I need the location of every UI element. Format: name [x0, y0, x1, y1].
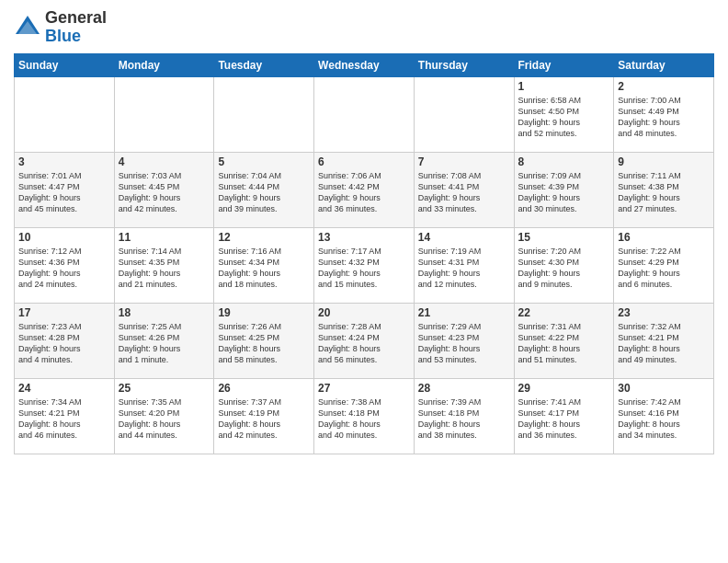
- day-content-5: Sunrise: 7:04 AM Sunset: 4:44 PM Dayligh…: [218, 170, 310, 215]
- day-content-22: Sunrise: 7:31 AM Sunset: 4:22 PM Dayligh…: [518, 321, 610, 366]
- day-cell-20: 20Sunrise: 7:28 AM Sunset: 4:24 PM Dayli…: [314, 303, 415, 378]
- day-cell-15: 15Sunrise: 7:20 AM Sunset: 4:30 PM Dayli…: [514, 227, 614, 303]
- day-number-4: 4: [119, 155, 210, 168]
- day-cell-4: 4Sunrise: 7:03 AM Sunset: 4:45 PM Daylig…: [114, 152, 214, 227]
- day-content-24: Sunrise: 7:34 AM Sunset: 4:21 PM Dayligh…: [18, 396, 110, 442]
- day-cell-12: 12Sunrise: 7:16 AM Sunset: 4:34 PM Dayli…: [214, 227, 314, 303]
- day-number-17: 17: [18, 306, 110, 319]
- day-number-8: 8: [518, 155, 610, 168]
- logo-general: General: [45, 8, 107, 27]
- day-cell-29: 29Sunrise: 7:41 AM Sunset: 4:17 PM Dayli…: [514, 378, 614, 454]
- day-number-16: 16: [618, 231, 710, 244]
- page: General Blue SundayMondayTuesdayWednesda…: [0, 0, 728, 563]
- day-number-15: 15: [518, 231, 610, 244]
- day-content-11: Sunrise: 7:14 AM Sunset: 4:35 PM Dayligh…: [119, 246, 210, 291]
- day-content-1: Sunrise: 6:58 AM Sunset: 4:50 PM Dayligh…: [518, 95, 610, 140]
- day-content-3: Sunrise: 7:01 AM Sunset: 4:47 PM Dayligh…: [18, 170, 110, 215]
- week-row-3: 10Sunrise: 7:12 AM Sunset: 4:36 PM Dayli…: [15, 227, 714, 303]
- day-content-16: Sunrise: 7:22 AM Sunset: 4:29 PM Dayligh…: [618, 246, 710, 291]
- calendar: SundayMondayTuesdayWednesdayThursdayFrid…: [14, 53, 714, 454]
- day-number-9: 9: [618, 155, 710, 168]
- header: General Blue: [14, 9, 714, 46]
- day-content-12: Sunrise: 7:16 AM Sunset: 4:34 PM Dayligh…: [218, 246, 310, 291]
- day-number-26: 26: [218, 382, 310, 395]
- weekday-header-tuesday: Tuesday: [214, 53, 314, 76]
- day-cell-1: 1Sunrise: 6:58 AM Sunset: 4:50 PM Daylig…: [514, 76, 614, 152]
- day-content-26: Sunrise: 7:37 AM Sunset: 4:19 PM Dayligh…: [218, 396, 310, 442]
- day-content-17: Sunrise: 7:23 AM Sunset: 4:28 PM Dayligh…: [18, 321, 110, 366]
- day-number-23: 23: [618, 306, 710, 319]
- day-cell-10: 10Sunrise: 7:12 AM Sunset: 4:36 PM Dayli…: [15, 227, 115, 303]
- day-content-18: Sunrise: 7:25 AM Sunset: 4:26 PM Dayligh…: [119, 321, 210, 366]
- day-cell-5: 5Sunrise: 7:04 AM Sunset: 4:44 PM Daylig…: [214, 152, 314, 227]
- day-content-30: Sunrise: 7:42 AM Sunset: 4:16 PM Dayligh…: [618, 396, 710, 442]
- weekday-header-thursday: Thursday: [414, 53, 514, 76]
- weekday-header-friday: Friday: [514, 53, 614, 76]
- empty-cell: [414, 76, 514, 152]
- day-content-27: Sunrise: 7:38 AM Sunset: 4:18 PM Dayligh…: [318, 396, 410, 442]
- day-cell-21: 21Sunrise: 7:29 AM Sunset: 4:23 PM Dayli…: [414, 303, 514, 378]
- day-number-10: 10: [18, 231, 110, 244]
- day-cell-8: 8Sunrise: 7:09 AM Sunset: 4:39 PM Daylig…: [514, 152, 614, 227]
- day-content-19: Sunrise: 7:26 AM Sunset: 4:25 PM Dayligh…: [218, 321, 310, 366]
- day-cell-13: 13Sunrise: 7:17 AM Sunset: 4:32 PM Dayli…: [314, 227, 415, 303]
- week-row-5: 24Sunrise: 7:34 AM Sunset: 4:21 PM Dayli…: [15, 378, 714, 454]
- day-cell-27: 27Sunrise: 7:38 AM Sunset: 4:18 PM Dayli…: [314, 378, 415, 454]
- day-number-18: 18: [119, 306, 210, 319]
- day-number-19: 19: [218, 306, 310, 319]
- day-content-20: Sunrise: 7:28 AM Sunset: 4:24 PM Dayligh…: [318, 321, 410, 366]
- day-content-28: Sunrise: 7:39 AM Sunset: 4:18 PM Dayligh…: [418, 396, 510, 442]
- day-cell-26: 26Sunrise: 7:37 AM Sunset: 4:19 PM Dayli…: [214, 378, 314, 454]
- day-number-1: 1: [518, 80, 610, 93]
- day-number-7: 7: [418, 155, 510, 168]
- day-cell-19: 19Sunrise: 7:26 AM Sunset: 4:25 PM Dayli…: [214, 303, 314, 378]
- weekday-header-sunday: Sunday: [15, 53, 115, 76]
- day-content-6: Sunrise: 7:06 AM Sunset: 4:42 PM Dayligh…: [318, 170, 410, 215]
- day-content-15: Sunrise: 7:20 AM Sunset: 4:30 PM Dayligh…: [518, 246, 610, 291]
- day-content-25: Sunrise: 7:35 AM Sunset: 4:20 PM Dayligh…: [119, 396, 210, 442]
- day-cell-14: 14Sunrise: 7:19 AM Sunset: 4:31 PM Dayli…: [414, 227, 514, 303]
- day-cell-2: 2Sunrise: 7:00 AM Sunset: 4:49 PM Daylig…: [614, 76, 714, 152]
- week-row-1: 1Sunrise: 6:58 AM Sunset: 4:50 PM Daylig…: [15, 76, 714, 152]
- day-number-25: 25: [119, 382, 210, 395]
- day-number-20: 20: [318, 306, 410, 319]
- day-content-7: Sunrise: 7:08 AM Sunset: 4:41 PM Dayligh…: [418, 170, 510, 215]
- day-content-2: Sunrise: 7:00 AM Sunset: 4:49 PM Dayligh…: [618, 95, 710, 140]
- day-content-23: Sunrise: 7:32 AM Sunset: 4:21 PM Dayligh…: [618, 321, 710, 366]
- weekday-header-monday: Monday: [114, 53, 214, 76]
- day-content-10: Sunrise: 7:12 AM Sunset: 4:36 PM Dayligh…: [18, 246, 110, 291]
- day-content-21: Sunrise: 7:29 AM Sunset: 4:23 PM Dayligh…: [418, 321, 510, 366]
- empty-cell: [114, 76, 214, 152]
- day-number-14: 14: [418, 231, 510, 244]
- day-number-27: 27: [318, 382, 410, 395]
- day-content-14: Sunrise: 7:19 AM Sunset: 4:31 PM Dayligh…: [418, 246, 510, 291]
- day-cell-22: 22Sunrise: 7:31 AM Sunset: 4:22 PM Dayli…: [514, 303, 614, 378]
- day-number-2: 2: [618, 80, 710, 93]
- day-cell-23: 23Sunrise: 7:32 AM Sunset: 4:21 PM Dayli…: [614, 303, 714, 378]
- day-number-30: 30: [618, 382, 710, 395]
- day-number-5: 5: [218, 155, 310, 168]
- day-cell-18: 18Sunrise: 7:25 AM Sunset: 4:26 PM Dayli…: [114, 303, 214, 378]
- logo-icon: [14, 14, 41, 41]
- week-row-4: 17Sunrise: 7:23 AM Sunset: 4:28 PM Dayli…: [15, 303, 714, 378]
- empty-cell: [214, 76, 314, 152]
- day-number-11: 11: [119, 231, 210, 244]
- day-number-24: 24: [18, 382, 110, 395]
- logo: General Blue: [14, 9, 107, 46]
- day-number-12: 12: [218, 231, 310, 244]
- day-cell-7: 7Sunrise: 7:08 AM Sunset: 4:41 PM Daylig…: [414, 152, 514, 227]
- logo-text: General Blue: [45, 9, 107, 46]
- day-number-3: 3: [18, 155, 110, 168]
- day-number-6: 6: [318, 155, 410, 168]
- day-cell-11: 11Sunrise: 7:14 AM Sunset: 4:35 PM Dayli…: [114, 227, 214, 303]
- logo-blue: Blue: [45, 27, 81, 45]
- weekday-header-wednesday: Wednesday: [314, 53, 415, 76]
- day-cell-3: 3Sunrise: 7:01 AM Sunset: 4:47 PM Daylig…: [15, 152, 115, 227]
- day-number-21: 21: [418, 306, 510, 319]
- day-content-9: Sunrise: 7:11 AM Sunset: 4:38 PM Dayligh…: [618, 170, 710, 215]
- empty-cell: [15, 76, 115, 152]
- day-cell-30: 30Sunrise: 7:42 AM Sunset: 4:16 PM Dayli…: [614, 378, 714, 454]
- day-number-13: 13: [318, 231, 410, 244]
- day-cell-16: 16Sunrise: 7:22 AM Sunset: 4:29 PM Dayli…: [614, 227, 714, 303]
- day-cell-17: 17Sunrise: 7:23 AM Sunset: 4:28 PM Dayli…: [15, 303, 115, 378]
